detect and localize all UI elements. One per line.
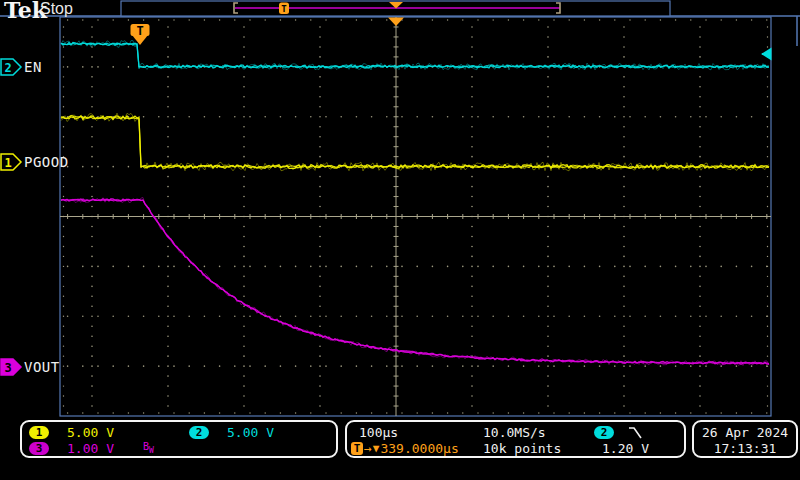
record-length: 10k points [483, 441, 561, 456]
bandwidth-limit-icon: BW [143, 441, 154, 455]
timebase-scale: 100µs [359, 425, 398, 440]
ch3-badge: 3 [29, 442, 49, 455]
trigger-t-icon: T [351, 442, 363, 455]
svg-text:T: T [281, 4, 287, 14]
svg-text:3: 3 [4, 361, 11, 375]
acquisition-status: Stop [40, 0, 73, 18]
datetime-box: 26 Apr 2024 17:13:31 [692, 420, 798, 458]
falling-edge-icon [627, 426, 645, 440]
vertical-scale-readout-box: 1 5.00 V 2 5.00 V 3 1.00 V BW [20, 420, 338, 458]
sample-rate: 10.0MS/s [483, 425, 546, 440]
trigger-delay-value: 339.0000µs [380, 441, 458, 456]
waveform-display: T213T [0, 0, 800, 480]
svg-text:T: T [136, 24, 143, 38]
trigger-delay-readout: T→▼339.0000µs [351, 441, 459, 456]
channel-label-pgood: PGOOD [24, 154, 69, 170]
arrow-right-icon: → [364, 441, 372, 456]
ch2-scale: 5.00 V [227, 425, 274, 440]
time-readout: 17:13:31 [694, 441, 796, 456]
svg-text:2: 2 [4, 61, 11, 75]
oscilloscope-screen: T213T Tek Stop EN PGOOD VOUT 1 5.00 V 2 … [0, 0, 800, 480]
triangle-down-icon: ▼ [373, 442, 380, 455]
date-readout: 26 Apr 2024 [694, 425, 796, 440]
ch1-badge: 1 [29, 426, 49, 439]
horizontal-trigger-readout-box: 100µs 10.0MS/s 2 T→▼339.0000µs 10k point… [345, 420, 686, 458]
channel-label-en: EN [24, 59, 42, 75]
svg-text:1: 1 [4, 156, 11, 170]
trigger-level: 1.20 V [602, 441, 649, 456]
ch3-scale: 1.00 V [67, 441, 114, 456]
channel-label-vout: VOUT [24, 359, 60, 375]
ch1-scale: 5.00 V [67, 425, 114, 440]
trigger-source-badge: 2 [594, 426, 614, 439]
ch2-badge: 2 [189, 426, 209, 439]
